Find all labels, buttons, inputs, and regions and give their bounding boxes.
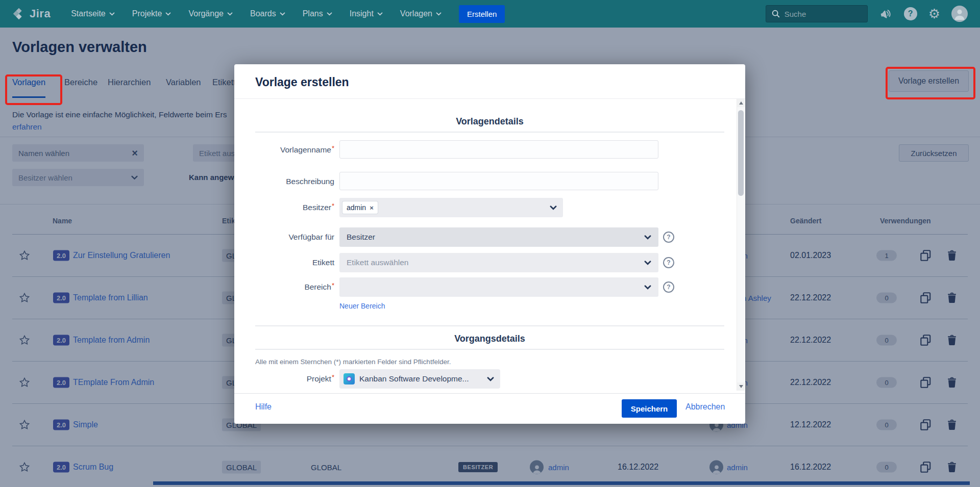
form-row-besitzer: Besitzer* admin × <box>234 198 745 217</box>
divider <box>255 132 724 133</box>
nav-item-boards[interactable]: Boards <box>250 9 285 18</box>
field-label: Projekt <box>307 374 331 383</box>
screen: Jira Startseite Projekte Vorgänge Boards… <box>0 0 980 487</box>
search-placeholder: Suche <box>785 10 806 18</box>
jira-home-link[interactable]: Jira <box>12 7 51 20</box>
form-row-vorlagenname: Vorlagenname* <box>234 140 745 160</box>
form-row-etikett: Etikett Etikett auswählen ? <box>234 253 745 272</box>
divider <box>255 325 724 326</box>
jira-logo-icon <box>12 7 26 20</box>
top-nav: Jira Startseite Projekte Vorgänge Boards… <box>0 0 980 28</box>
chevron-down-icon <box>550 206 557 210</box>
divider <box>234 98 745 99</box>
section-heading-vorlagendetails: Vorlagendetails <box>234 116 745 127</box>
form-row-beschreibung: Beschreibung <box>234 172 745 191</box>
settings-gear-icon[interactable]: ⚙ <box>928 7 940 20</box>
modal-title: Vorlage erstellen <box>255 75 349 89</box>
scroll-down-arrow[interactable] <box>737 382 745 391</box>
announcement-icon[interactable] <box>879 7 893 21</box>
required-asterisk: * <box>332 144 334 152</box>
chevron-down-icon <box>377 12 383 16</box>
nav-create-button[interactable]: Erstellen <box>459 5 505 23</box>
search-icon <box>771 9 780 18</box>
cancel-button[interactable]: Abbrechen <box>685 402 725 412</box>
field-label: Etikett <box>312 258 334 267</box>
chevron-down-icon <box>165 12 171 16</box>
divider <box>234 393 745 394</box>
help-icon[interactable]: ? <box>663 232 674 243</box>
field-label: Verfügbar für <box>288 233 334 241</box>
chevron-down-icon <box>644 285 651 290</box>
field-label: Besitzer <box>303 203 331 212</box>
chevron-down-icon <box>227 12 233 16</box>
form-row-verfuegbar: Verfügbar für Besitzer ? <box>234 227 745 247</box>
bereich-select[interactable] <box>339 277 658 297</box>
nav-item-startseite[interactable]: Startseite <box>71 9 115 18</box>
required-fields-note: Alle mit einem Sternchen (*) markierten … <box>255 358 451 366</box>
nav-item-plans[interactable]: Plans <box>303 9 332 18</box>
vorlagenname-input[interactable] <box>339 140 658 159</box>
nav-item-insight[interactable]: Insight <box>350 9 383 18</box>
scrollbar-thumb[interactable] <box>738 110 744 196</box>
chevron-down-icon <box>109 12 115 16</box>
help-icon[interactable]: ? <box>663 257 674 268</box>
neuer-bereich-link[interactable]: Neuer Bereich <box>339 302 385 310</box>
chevron-down-icon <box>487 377 494 381</box>
modal-help-link[interactable]: Hilfe <box>255 402 272 412</box>
etikett-select[interactable]: Etikett auswählen <box>339 253 658 272</box>
chevron-down-icon <box>327 12 332 16</box>
verfuegbar-select[interactable]: Besitzer <box>339 227 658 247</box>
chevron-down-icon <box>644 235 651 240</box>
help-icon[interactable]: ? <box>663 281 674 293</box>
field-label: Vorlagenname <box>280 145 331 154</box>
field-label: Beschreibung <box>286 177 334 186</box>
nav-item-vorgaenge[interactable]: Vorgänge <box>188 9 233 18</box>
chevron-down-icon <box>644 261 651 265</box>
chevron-down-icon <box>436 12 442 16</box>
required-asterisk: * <box>332 202 334 210</box>
modal-scrollbar[interactable] <box>737 99 745 391</box>
user-avatar[interactable] <box>951 6 968 22</box>
beschreibung-input[interactable] <box>339 172 658 190</box>
required-asterisk: * <box>332 373 334 381</box>
remove-chip-icon[interactable]: × <box>370 204 374 212</box>
selected-user-chip: admin × <box>342 201 378 214</box>
nav-right-group: Suche ? ⚙ <box>766 5 968 22</box>
jira-brand-text: Jira <box>30 7 51 20</box>
search-input[interactable]: Suche <box>766 5 868 22</box>
besitzer-multiselect[interactable]: admin × <box>339 198 563 217</box>
main-menu: Startseite Projekte Vorgänge Boards Plan… <box>71 9 442 18</box>
chevron-down-icon <box>280 12 285 16</box>
section-heading-vorgangsdetails: Vorgangsdetails <box>234 334 745 344</box>
field-label: Bereich <box>304 283 331 291</box>
nav-item-projekte[interactable]: Projekte <box>132 9 172 18</box>
divider <box>255 349 724 350</box>
projekt-select[interactable]: Kanban Software Developme... <box>339 369 500 389</box>
required-asterisk: * <box>332 281 334 289</box>
save-button[interactable]: Speichern <box>622 399 677 418</box>
form-row-bereich: Bereich* ? <box>234 277 745 297</box>
create-template-modal: Vorlage erstellen Vorlagendetails Vorlag… <box>234 64 745 424</box>
scroll-up-arrow[interactable] <box>737 99 745 107</box>
nav-item-vorlagen[interactable]: Vorlagen <box>400 9 442 18</box>
help-icon[interactable]: ? <box>904 7 917 20</box>
project-avatar-icon <box>344 373 355 385</box>
